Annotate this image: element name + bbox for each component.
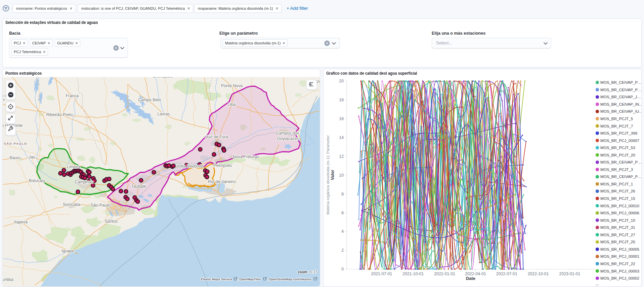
svg-text:Nova Friburgo: Nova Friburgo <box>233 154 259 159</box>
svg-text:0: 0 <box>341 267 344 272</box>
svg-text:MOS_BR_PCJT_31: MOS_BR_PCJT_31 <box>600 225 635 229</box>
svg-text:Campo Belo: Campo Belo <box>138 98 161 102</box>
svg-text:MOS_BR_PCJT_22: MOS_BR_PCJT_22 <box>600 261 635 266</box>
svg-text:Matéria orgânica dissolvida (m: Matéria orgânica dissolvida (m-1): Param… <box>326 135 330 215</box>
svg-text:São Paulo: São Paulo <box>90 203 110 208</box>
svg-text:MOS_BR_PCJ_00005: MOS_BR_PCJ_00005 <box>600 247 639 251</box>
svg-text:SÃO PAULO: SÃO PAULO <box>4 142 27 145</box>
svg-text:Lavras: Lavras <box>158 112 170 116</box>
svg-text:2021-07-01: 2021-07-01 <box>371 272 392 276</box>
svg-text:Ribeirão Preto: Ribeirão Preto <box>46 112 73 117</box>
svg-text:MOS_BR_CEIVAP_P…: MOS_BR_CEIVAP_P… <box>600 87 641 92</box>
svg-text:Campos dos: Campos dos <box>276 131 299 136</box>
svg-text:2022-10-01: 2022-10-01 <box>528 272 549 276</box>
svg-text:, OpenStreetMap contributors: , OpenStreetMap contributors <box>267 277 311 281</box>
svg-text:2021-10-01: 2021-10-01 <box>402 272 424 276</box>
svg-text:2022-07-01: 2022-07-01 <box>496 272 517 276</box>
svg-text:2022-04-01: 2022-04-01 <box>465 272 486 276</box>
svg-text:2: 2 <box>341 248 344 253</box>
svg-text:12: 12 <box>339 154 344 159</box>
svg-text:MOS_BR_PCJT_3: MOS_BR_PCJT_3 <box>600 167 633 172</box>
svg-text:MOS_BR_PCJT_5: MOS_BR_PCJT_5 <box>600 116 633 121</box>
svg-text:Divinópolis: Divinópolis <box>153 77 173 79</box>
svg-text:Rio de Janeiro: Rio de Janeiro <box>208 179 236 184</box>
svg-text:Date: Date <box>466 276 475 281</box>
svg-text:MOS_BR_PCJ_00007: MOS_BR_PCJ_00007 <box>600 138 639 143</box>
svg-text:Franca: Franca <box>66 94 79 98</box>
svg-text:MOS_BR_CEIVAP_IN…: MOS_BR_CEIVAP_IN… <box>600 102 641 106</box>
svg-text:uritiba: uritiba <box>3 277 13 282</box>
svg-text:14: 14 <box>339 135 344 140</box>
svg-text:MOS_BR_PCJT_7: MOS_BR_PCJT_7 <box>600 124 633 128</box>
svg-text:MOS_BR_PCJT_15: MOS_BR_PCJT_15 <box>600 196 635 201</box>
svg-text:MOS_BR_PCJ_00002: MOS_BR_PCJ_00002 <box>600 276 639 280</box>
svg-text:, OpenMapTiles: , OpenMapTiles <box>238 277 261 281</box>
svg-text:MOS_BR_CEIVAP_P…: MOS_BR_CEIVAP_P… <box>600 80 641 84</box>
svg-text:MOS_BR_PCJT_20: MOS_BR_PCJT_20 <box>600 153 635 157</box>
svg-text:Jaú: Jaú <box>29 155 35 159</box>
svg-text:MOS_BR_PCJT_53: MOS_BR_PCJT_53 <box>600 145 635 150</box>
svg-text:Botucatu: Botucatu <box>29 178 45 183</box>
svg-text:Santos: Santos <box>105 219 118 224</box>
svg-text:MOS_BR_PCJT_25: MOS_BR_PCJT_25 <box>600 240 635 244</box>
svg-text:Petrópolis: Petrópolis <box>214 163 232 168</box>
svg-text:18: 18 <box>339 98 344 102</box>
svg-text:Juiz de Fora: Juiz de Fora <box>205 135 228 139</box>
svg-text:MOS_BR_PCJ_00010: MOS_BR_PCJ_00010 <box>600 204 639 208</box>
svg-text:MOS_BR_CEIVAP_P…: MOS_BR_CEIVAP_P… <box>600 174 641 179</box>
svg-text:Limeira: Limeira <box>67 165 80 169</box>
svg-text:MOS_BR_CEIVAP_J…: MOS_BR_CEIVAP_J… <box>600 95 641 99</box>
svg-text:8: 8 <box>341 192 344 196</box>
svg-text:Taubaté: Taubaté <box>131 184 146 189</box>
svg-text:16: 16 <box>339 116 344 121</box>
svg-text:Ubá: Ubá <box>228 102 236 107</box>
svg-text:MOS_BR_CEIVAP_P…: MOS_BR_CEIVAP_P… <box>600 160 641 164</box>
svg-text:Campinas: Campinas <box>75 180 93 184</box>
svg-text:20: 20 <box>339 79 344 83</box>
svg-text:Sorocaba: Sorocaba <box>63 202 81 207</box>
svg-text:Elastic Maps Service: Elastic Maps Service <box>201 277 232 281</box>
svg-text:Itapeva: Itapeva <box>14 220 28 224</box>
svg-text:MOS_BR_PCJ_00003: MOS_BR_PCJ_00003 <box>600 269 639 273</box>
svg-text:2022-01-01: 2022-01-01 <box>434 272 455 276</box>
svg-text:Volta Redonda: Volta Redonda <box>177 164 204 169</box>
svg-text:Goytacazes: Goytacazes <box>277 136 299 141</box>
svg-text:4: 4 <box>341 229 344 234</box>
svg-text:Pr: Pr <box>3 98 5 102</box>
svg-text:MOS_BR_PCJT_10: MOS_BR_PCJT_10 <box>600 218 635 222</box>
svg-text:MOS_BR_PCJ_00001: MOS_BR_PCJ_00001 <box>600 254 639 258</box>
svg-text:MOS_BR_PCJT_399: MOS_BR_PCJT_399 <box>600 131 637 135</box>
svg-text:MOS_BR_PCJ_00006: MOS_BR_PCJ_00006 <box>600 211 639 215</box>
svg-text:Ponte Nova: Ponte Nova <box>221 83 243 88</box>
svg-text:6.37: 6.37 <box>310 270 317 274</box>
svg-text:MOS_BR_PCJT_26: MOS_BR_PCJT_26 <box>600 189 635 193</box>
svg-text:6: 6 <box>341 211 344 215</box>
svg-text:MOS_BR_PCJT_27: MOS_BR_PCJT_27 <box>600 232 635 237</box>
svg-text:10: 10 <box>339 173 344 178</box>
svg-text:Iguape: Iguape <box>61 249 74 253</box>
svg-text:Bauru: Bauru <box>10 155 21 160</box>
svg-text:Valor: Valor <box>330 170 335 180</box>
svg-text:MOS_BR_CEIVAP_IU…: MOS_BR_CEIVAP_IU… <box>600 109 641 113</box>
svg-text:zoom:: zoom: <box>298 270 308 274</box>
svg-text:MOS_BR_PCJT_1: MOS_BR_PCJT_1 <box>600 182 633 186</box>
svg-text:2023-01-01: 2023-01-01 <box>559 272 581 276</box>
